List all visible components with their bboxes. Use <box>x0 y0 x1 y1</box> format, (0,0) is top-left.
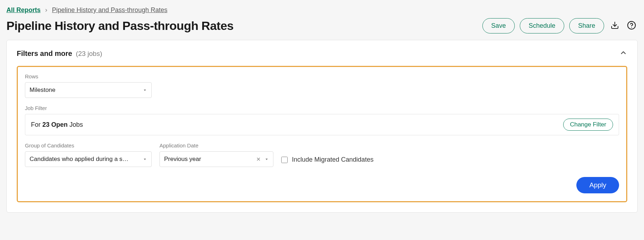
svg-marker-7 <box>266 159 268 160</box>
schedule-button[interactable]: Schedule <box>520 18 564 33</box>
migrated-checkbox-wrap: Include Migrated Candidates <box>281 156 373 167</box>
svg-marker-4 <box>144 159 146 160</box>
page-title: Pipeline History and Pass-through Rates <box>6 19 234 33</box>
breadcrumb-current-link[interactable]: Pipeline History and Pass-through Rates <box>52 6 167 14</box>
breadcrumb: All Reports Pipeline History and Pass-th… <box>6 6 638 14</box>
job-filter-text: For 23 Open Jobs <box>31 121 83 129</box>
job-filter-bold: 23 Open <box>42 121 68 128</box>
chevron-right-icon <box>44 8 48 12</box>
app-date-value: Previous year <box>164 156 201 163</box>
job-filter-field: Job Filter For 23 Open Jobs Change Filte… <box>25 105 619 135</box>
help-button[interactable] <box>625 19 638 32</box>
filters-panel-header[interactable]: Filters and more (23 jobs) <box>17 49 627 58</box>
job-filter-bar: For 23 Open Jobs Change Filter <box>25 114 619 135</box>
group-select[interactable]: Candidates who applied during a s… <box>25 151 152 167</box>
breadcrumb-root-link[interactable]: All Reports <box>6 6 41 14</box>
header-actions: Save Schedule Share <box>482 18 638 33</box>
chevron-up-icon <box>619 49 627 58</box>
filters-highlight-box: Rows Milestone Job Filter For 23 Open Jo… <box>17 66 627 202</box>
help-icon <box>627 21 636 31</box>
caret-down-icon <box>265 157 269 161</box>
migrated-label[interactable]: Include Migrated Candidates <box>292 156 373 163</box>
filters-panel-title: Filters and more <box>17 49 72 57</box>
rows-select-value: Milestone <box>30 87 56 94</box>
filters-row: Group of Candidates Candidates who appli… <box>25 142 619 167</box>
change-filter-button[interactable]: Change Filter <box>563 119 613 131</box>
caret-down-icon <box>143 157 147 161</box>
apply-row: Apply <box>25 177 619 193</box>
job-filter-prefix: For <box>31 121 42 128</box>
group-label: Group of Candidates <box>25 142 152 148</box>
job-filter-label: Job Filter <box>25 105 619 111</box>
share-button[interactable]: Share <box>569 18 604 33</box>
apply-button[interactable]: Apply <box>576 177 619 193</box>
migrated-checkbox[interactable] <box>281 157 288 163</box>
caret-down-icon <box>143 88 147 92</box>
group-select-value: Candidates who applied during a s… <box>30 156 129 163</box>
group-field: Group of Candidates Candidates who appli… <box>25 142 152 167</box>
svg-marker-3 <box>144 90 146 91</box>
rows-select[interactable]: Milestone <box>25 82 152 98</box>
page-header: Pipeline History and Pass-through Rates … <box>6 18 638 33</box>
filters-panel-subtitle: (23 jobs) <box>76 50 102 57</box>
clear-icon[interactable] <box>256 157 261 162</box>
app-date-label: Application Date <box>159 142 273 148</box>
filters-panel: Filters and more (23 jobs) Rows Mileston… <box>6 40 638 213</box>
app-date-select[interactable]: Previous year <box>159 151 273 167</box>
job-filter-suffix: Jobs <box>68 121 83 128</box>
download-icon <box>611 21 619 31</box>
app-date-field: Application Date Previous year <box>159 142 273 167</box>
save-button[interactable]: Save <box>482 18 515 33</box>
rows-label: Rows <box>25 73 619 79</box>
rows-field: Rows Milestone <box>25 73 619 98</box>
download-button[interactable] <box>609 20 621 32</box>
